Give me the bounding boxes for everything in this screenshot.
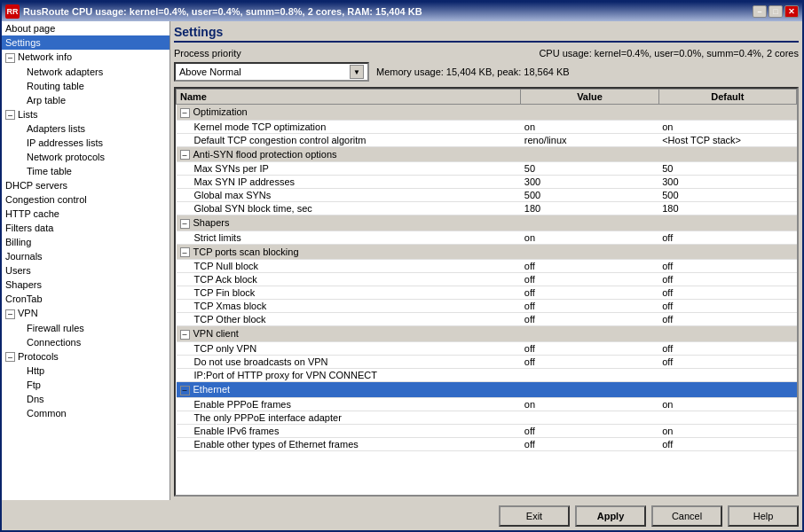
close-button[interactable]: ✕ bbox=[784, 5, 799, 18]
sidebar-item-http-cache[interactable]: HTTP cache bbox=[2, 207, 169, 221]
sidebar-item-adapters-lists[interactable]: Adapters lists bbox=[2, 121, 169, 136]
sidebar-item-network-protocols[interactable]: Network protocols bbox=[2, 150, 169, 164]
sidebar-item-time-table[interactable]: Time table bbox=[2, 164, 169, 178]
table-row[interactable]: Enable other types of Ethernet framesoff… bbox=[177, 437, 797, 450]
sidebar-label-ip-addresses-lists: IP addresses lists bbox=[27, 137, 103, 148]
sidebar-item-vpn[interactable]: –VPN bbox=[2, 306, 169, 321]
table-row[interactable]: Kernel mode TCP optimizationonon bbox=[177, 120, 797, 133]
sidebar: About pageSettings–Network infoNetwork a… bbox=[2, 21, 170, 500]
sidebar-item-users[interactable]: Users bbox=[2, 263, 169, 278]
sidebar-label-common: Common bbox=[27, 408, 67, 419]
table-row[interactable]: Do not use broadcasts on VPNoffoff bbox=[177, 355, 797, 368]
sidebar-item-firewall-rules[interactable]: Firewall rules bbox=[2, 321, 169, 335]
row-default: 500 bbox=[658, 189, 796, 202]
table-row[interactable]: The only PPPoE interface adapter bbox=[177, 411, 797, 424]
expand-icon-network-info[interactable]: – bbox=[5, 53, 15, 63]
sidebar-item-crontab[interactable]: CronTab bbox=[2, 292, 169, 306]
table-row[interactable]: TCP Null blockoffoff bbox=[177, 260, 797, 273]
window-title: RusRoute CPU usage: kernel=0.4%, user=0.… bbox=[23, 6, 422, 17]
mem-info: Memory usage: 15,404 KB, peak: 18,564 KB bbox=[376, 66, 570, 77]
row-name: TCP Xmas block bbox=[177, 300, 521, 313]
help-button[interactable]: Help bbox=[728, 505, 799, 527]
group-header-tcp-ports-scan[interactable]: –TCP ports scan blocking bbox=[177, 244, 797, 260]
group-expand-optimization[interactable]: – bbox=[180, 108, 190, 118]
expand-icon-vpn[interactable]: – bbox=[5, 309, 15, 319]
sidebar-item-network-info[interactable]: –Network info bbox=[2, 50, 169, 65]
row-default: on bbox=[658, 424, 796, 437]
group-expand-shapers[interactable]: – bbox=[180, 219, 190, 229]
row-default: 180 bbox=[658, 202, 796, 215]
row-name: The only PPPoE interface adapter bbox=[177, 411, 521, 424]
group-expand-vpn-client[interactable]: – bbox=[180, 330, 190, 340]
sidebar-item-journals[interactable]: Journals bbox=[2, 249, 169, 263]
sidebar-item-filters-data[interactable]: Filters data bbox=[2, 221, 169, 235]
sidebar-label-arp-table: Arp table bbox=[27, 95, 66, 106]
table-row[interactable]: Global SYN block time, sec180180 bbox=[177, 202, 797, 215]
group-header-shapers[interactable]: –Shapers bbox=[177, 215, 797, 231]
table-row[interactable]: TCP Ack blockoffoff bbox=[177, 273, 797, 286]
dropdown-arrow[interactable]: ▼ bbox=[350, 65, 364, 79]
sidebar-item-shapers[interactable]: Shapers bbox=[2, 278, 169, 292]
sidebar-item-ftp[interactable]: Ftp bbox=[2, 378, 169, 392]
sidebar-item-dns[interactable]: Dns bbox=[2, 392, 169, 406]
table-row[interactable]: Global max SYNs500500 bbox=[177, 189, 797, 202]
table-row[interactable]: TCP only VPNoffoff bbox=[177, 341, 797, 355]
table-row[interactable]: TCP Xmas blockoffoff bbox=[177, 300, 797, 313]
sidebar-item-dhcp-servers[interactable]: DHCP servers bbox=[2, 178, 169, 192]
group-label-ethernet: Ethernet bbox=[193, 384, 231, 395]
sidebar-item-http[interactable]: Http bbox=[2, 364, 169, 378]
sidebar-item-congestion-control[interactable]: Congestion control bbox=[2, 192, 169, 207]
sidebar-item-arp-table[interactable]: Arp table bbox=[2, 93, 169, 107]
sidebar-item-lists[interactable]: –Lists bbox=[2, 107, 169, 122]
table-row[interactable]: Enable IPv6 framesoffon bbox=[177, 424, 797, 437]
group-header-optimization[interactable]: –Optimization bbox=[177, 105, 797, 121]
sidebar-item-settings[interactable]: Settings bbox=[2, 35, 169, 50]
info-row-priority: Process priority CPU usage: kernel=0.4%,… bbox=[174, 48, 799, 59]
title-bar: RR RusRoute CPU usage: kernel=0.4%, user… bbox=[2, 2, 802, 21]
sidebar-item-about[interactable]: About page bbox=[2, 21, 169, 35]
sidebar-item-billing[interactable]: Billing bbox=[2, 235, 169, 249]
sidebar-item-network-adapters[interactable]: Network adapters bbox=[2, 65, 169, 79]
group-expand-tcp-ports-scan[interactable]: – bbox=[180, 247, 190, 257]
exit-button[interactable]: Exit bbox=[499, 505, 570, 527]
title-bar-left: RR RusRoute CPU usage: kernel=0.4%, user… bbox=[5, 4, 422, 19]
minimize-button[interactable]: – bbox=[753, 5, 767, 18]
group-expand-anti-syn[interactable]: – bbox=[180, 150, 190, 160]
row-name: TCP only VPN bbox=[177, 341, 521, 355]
table-row[interactable]: TCP Fin blockoffoff bbox=[177, 286, 797, 300]
sidebar-label-ftp: Ftp bbox=[27, 379, 41, 390]
sidebar-item-connections[interactable]: Connections bbox=[2, 335, 169, 349]
group-header-vpn-client[interactable]: –VPN client bbox=[177, 326, 797, 342]
sidebar-item-routing-table[interactable]: Routing table bbox=[2, 79, 169, 93]
group-header-ethernet[interactable]: –Ethernet bbox=[177, 381, 797, 397]
expand-icon-protocols[interactable]: – bbox=[5, 352, 15, 362]
table-row[interactable]: IP:Port of HTTP proxy for VPN CONNECT bbox=[177, 368, 797, 381]
row-default: 50 bbox=[658, 162, 796, 176]
priority-dropdown[interactable]: Above Normal ▼ bbox=[174, 62, 369, 82]
row-value: on bbox=[521, 397, 658, 411]
table-row[interactable]: Enable PPPoE framesonon bbox=[177, 397, 797, 411]
row-value: off bbox=[521, 341, 658, 355]
cancel-button[interactable]: Cancel bbox=[651, 505, 722, 527]
sidebar-item-common[interactable]: Common bbox=[2, 406, 169, 420]
sidebar-item-protocols[interactable]: –Protocols bbox=[2, 349, 169, 364]
table-row[interactable]: Default TCP congestion control algoritmr… bbox=[177, 133, 797, 146]
group-header-anti-syn[interactable]: –Anti-SYN flood protection options bbox=[177, 146, 797, 162]
row-default bbox=[658, 368, 796, 381]
row-value: off bbox=[521, 300, 658, 313]
maximize-button[interactable]: □ bbox=[769, 5, 783, 18]
table-row[interactable]: Max SYN IP addresses300300 bbox=[177, 176, 797, 189]
row-default: off bbox=[658, 300, 796, 313]
group-expand-ethernet[interactable]: – bbox=[180, 386, 190, 395]
apply-button[interactable]: Apply bbox=[575, 505, 646, 527]
expand-icon-lists[interactable]: – bbox=[5, 110, 15, 120]
row-value bbox=[521, 411, 658, 424]
sidebar-label-connections: Connections bbox=[27, 337, 81, 348]
sidebar-item-ip-addresses-lists[interactable]: IP addresses lists bbox=[2, 136, 169, 150]
table-row[interactable]: Strict limitsonoff bbox=[177, 231, 797, 244]
table-row[interactable]: Max SYNs per IP5050 bbox=[177, 162, 797, 176]
row-value: 500 bbox=[521, 189, 658, 202]
sidebar-label-lists: Lists bbox=[18, 109, 38, 120]
row-value: off bbox=[521, 260, 658, 273]
table-row[interactable]: TCP Other blockoffoff bbox=[177, 313, 797, 326]
